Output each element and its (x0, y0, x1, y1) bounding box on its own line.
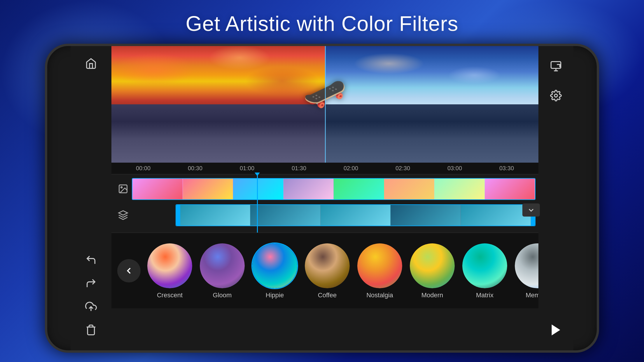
video-right-panel (325, 46, 538, 163)
sec-thumb-4 (391, 205, 461, 226)
filter-label-matrix: Matrix (476, 291, 494, 299)
filter-label-memory: Memory (526, 291, 538, 299)
track-thumb-6 (384, 179, 435, 199)
filter-item-nostalgia[interactable]: Nostalgia (356, 242, 403, 299)
main-track-content[interactable] (132, 178, 536, 200)
settings-icon[interactable] (547, 87, 565, 104)
svg-point-8 (121, 187, 123, 188)
timeline-tracks (111, 174, 538, 233)
balloon-gloom (200, 243, 245, 288)
video-preview: 🛹 (111, 46, 538, 163)
filter-thumb-crescent (146, 242, 193, 289)
filter-thumb-coffee (304, 242, 351, 289)
ruler-mark-7: 03:30 (499, 165, 514, 172)
filter-item-gloom[interactable]: Gloom (199, 242, 246, 299)
filter-thumb-memory (514, 242, 538, 289)
filter-label-gloom: Gloom (213, 291, 232, 299)
home-icon[interactable] (82, 55, 100, 72)
main-content: 🛹 00:00 00:30 01:00 01:30 02:00 02:30 03… (111, 46, 538, 350)
play-button[interactable] (547, 321, 565, 339)
track-media-icon (114, 180, 132, 198)
track-thumb-8 (485, 179, 535, 199)
phone-screen: 🛹 00:00 00:30 01:00 01:30 02:00 02:30 03… (71, 46, 573, 350)
track-thumb-5 (334, 179, 384, 199)
upload-icon[interactable] (82, 298, 100, 315)
right-sidebar (538, 46, 573, 350)
track-thumb-4 (284, 179, 334, 199)
balloon-memory (515, 243, 538, 288)
filter-label-crescent: Crescent (157, 291, 183, 299)
filter-label-modern: Modern (421, 291, 443, 299)
filter-item-matrix[interactable]: Matrix (461, 242, 508, 299)
sec-thumb-3 (321, 205, 391, 226)
playhead[interactable] (257, 174, 258, 233)
split-line (325, 46, 326, 163)
filter-thumb-hippie (251, 242, 298, 289)
ruler-mark-1: 00:30 (188, 165, 202, 172)
timeline-ruler: 00:00 00:30 01:00 01:30 02:00 02:30 03:0… (111, 163, 538, 174)
svg-marker-9 (119, 211, 127, 215)
ruler-mark-3: 01:30 (292, 165, 306, 172)
left-sidebar (71, 46, 111, 350)
balloon-crescent (147, 243, 192, 288)
secondary-track[interactable] (176, 204, 536, 226)
balloon-hippie (252, 243, 297, 288)
secondary-track-content[interactable] (132, 204, 536, 226)
phone-side-button (45, 148, 47, 171)
secondary-track-row (114, 203, 536, 227)
ruler-marks: 00:00 00:30 01:00 01:30 02:00 02:30 03:0… (117, 165, 533, 172)
track-thumb-1 (132, 179, 183, 199)
undo-icon[interactable] (82, 251, 100, 269)
balloon-nostalgia (357, 243, 402, 288)
video-left-panel (111, 46, 325, 163)
filter-label-coffee: Coffee (318, 291, 337, 299)
balloon-modern (410, 243, 455, 288)
redo-icon[interactable] (82, 275, 100, 292)
ruler-mark-2: 01:00 (240, 165, 254, 172)
main-track[interactable] (132, 178, 536, 200)
ruler-mark-0: 00:00 (136, 165, 150, 172)
svg-point-5 (554, 94, 557, 97)
page-title: Get Artistic with Color Filters (0, 12, 644, 36)
track-handle-left[interactable] (176, 205, 180, 226)
main-track-row (114, 177, 536, 201)
ruler-mark-4: 02:00 (344, 165, 358, 172)
timeline-area: 00:00 00:30 01:00 01:30 02:00 02:30 03:0… (111, 163, 538, 350)
track-thumb-7 (434, 179, 485, 199)
filter-thumb-nostalgia (356, 242, 403, 289)
filter-thumb-gloom (199, 242, 246, 289)
ruler-mark-6: 03:00 (447, 165, 462, 172)
filter-item-memory[interactable]: Memory (514, 242, 538, 299)
track-thumb-2 (183, 179, 233, 199)
filter-item-coffee[interactable]: Coffee (304, 242, 351, 299)
filter-strip: Crescent Gloom Hippie (111, 233, 538, 308)
sec-thumb-2 (250, 205, 320, 226)
filter-item-modern[interactable]: Modern (409, 242, 456, 299)
filter-thumb-matrix (461, 242, 508, 289)
balloon-coffee (305, 243, 350, 288)
track-layers-icon (114, 206, 132, 224)
filter-item-hippie[interactable]: Hippie (251, 242, 298, 299)
track-thumb-3 (233, 179, 284, 199)
sec-thumb-1 (180, 205, 250, 226)
filter-label-nostalgia: Nostalgia (366, 291, 393, 299)
collapse-button[interactable] (522, 203, 540, 217)
filter-label-hippie: Hippie (266, 291, 284, 299)
svg-marker-6 (552, 324, 560, 335)
filter-back-button[interactable] (117, 259, 141, 282)
export-icon[interactable] (547, 58, 565, 75)
sec-thumb-5 (461, 205, 531, 226)
balloon-matrix (462, 243, 507, 288)
ruler-mark-5: 02:30 (396, 165, 410, 172)
filter-thumb-modern (409, 242, 456, 289)
filter-item-crescent[interactable]: Crescent (146, 242, 193, 299)
phone-frame: 🛹 00:00 00:30 01:00 01:30 02:00 02:30 03… (45, 44, 599, 353)
trash-icon[interactable] (82, 321, 100, 339)
